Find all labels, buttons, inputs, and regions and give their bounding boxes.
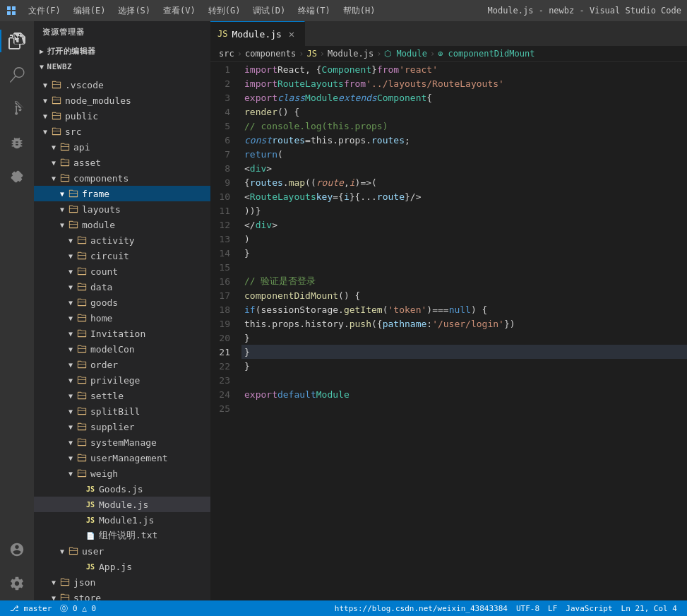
- menu-bar[interactable]: 文件(F) 编辑(E) 选择(S) 查看(V) 转到(G) 调试(D) 终端(T…: [23, 4, 381, 18]
- tree-item-asset[interactable]: ▼asset: [34, 155, 210, 170]
- settings-icon[interactable]: [0, 567, 34, 600]
- tree-item-splitbill[interactable]: ▼splitBill: [34, 403, 210, 419]
- tree-item-activity[interactable]: ▼activity: [34, 232, 210, 248]
- tree-item--vscode[interactable]: ▼.vscode: [34, 77, 210, 93]
- tree-item-data[interactable]: ▼data: [34, 279, 210, 295]
- tree-item-layouts[interactable]: ▼layouts: [34, 201, 210, 217]
- tree-item-goods-js[interactable]: JSGoods.js: [34, 481, 210, 497]
- open-editors-section[interactable]: ▶ 打开的编辑器: [34, 43, 210, 59]
- sidebar-header: 资源管理器: [34, 21, 210, 40]
- status-url[interactable]: https://blog.csdn.net/weixin_43843384: [330, 604, 512, 613]
- tree-item-modelcon[interactable]: ▼modelCon: [34, 341, 210, 357]
- tree-item-public[interactable]: ▼public: [34, 108, 210, 124]
- tab-js-icon: JS: [217, 29, 227, 39]
- tree-item-json[interactable]: ▼json: [34, 574, 210, 590]
- tree-item-user[interactable]: ▼user: [34, 543, 210, 559]
- tree-label: components: [73, 173, 129, 184]
- menu-edit[interactable]: 编辑(E): [68, 4, 112, 18]
- tree-item-order[interactable]: ▼order: [34, 357, 210, 372]
- tree-item-systemmanage[interactable]: ▼systemManage: [34, 434, 210, 450]
- tree-item-module[interactable]: ▼module: [34, 217, 210, 232]
- tree-item-node-modules[interactable]: ▼node_modules: [34, 93, 210, 108]
- status-bar: ⎇ master ⓪ 0 △ 0 https://blog.csdn.net/w…: [0, 600, 687, 616]
- status-cursor[interactable]: Ln 21, Col 4: [617, 604, 681, 613]
- tree-item-module1-js[interactable]: JSModule1.js: [34, 512, 210, 528]
- breadcrumb-js[interactable]: JS: [306, 49, 316, 59]
- folder-open-icon: [76, 452, 88, 463]
- tree-item-usermanagement[interactable]: ▼userManagement: [34, 450, 210, 466]
- account-icon[interactable]: [0, 533, 34, 567]
- menu-file[interactable]: 文件(F): [23, 4, 66, 18]
- breadcrumb-sep-3: ›: [320, 49, 325, 59]
- tree-label: privilege: [90, 375, 140, 386]
- menu-view[interactable]: 查看(V): [157, 4, 201, 18]
- tree-label: circuit: [90, 251, 129, 261]
- tree-item-circuit[interactable]: ▼circuit: [34, 248, 210, 263]
- status-encoding[interactable]: UTF-8: [512, 604, 544, 613]
- line-number-14: 14: [216, 246, 236, 260]
- chevron-icon: ▼: [56, 188, 68, 199]
- line-number-1: 1: [216, 62, 236, 76]
- chevron-icon: ▼: [65, 281, 76, 292]
- status-language[interactable]: JavaScript: [561, 604, 616, 613]
- chevron-icon: ▼: [65, 312, 76, 324]
- breadcrumb-module-class[interactable]: ⬡ Module: [384, 49, 427, 59]
- code-line-8: <div>: [241, 161, 687, 175]
- code-line-16: // 验证是否登录: [241, 274, 687, 288]
- chevron-icon: ▼: [65, 452, 76, 463]
- code-line-21: }: [241, 345, 687, 359]
- tree-item-store[interactable]: ▼store: [34, 590, 210, 600]
- line-number-17: 17: [216, 288, 236, 302]
- tree-item-count[interactable]: ▼count: [34, 263, 210, 279]
- status-errors[interactable]: ⓪ 0 △ 0: [56, 603, 100, 614]
- tree-item-goods[interactable]: ▼goods: [34, 295, 210, 310]
- status-branch[interactable]: ⎇ master: [6, 604, 56, 613]
- status-eol[interactable]: LF: [544, 604, 561, 613]
- tree-item-supplier[interactable]: ▼supplier: [34, 419, 210, 434]
- code-editor[interactable]: 1234567891011121314151617181920212223242…: [210, 62, 687, 600]
- chevron-icon: ▼: [56, 545, 68, 557]
- tree-item------txt[interactable]: 📄组件说明.txt: [34, 528, 210, 543]
- breadcrumb-src[interactable]: src: [219, 49, 234, 59]
- tree-item-components[interactable]: ▼components: [34, 170, 210, 186]
- line-number-8: 8: [216, 161, 236, 175]
- tree-label: App.js: [99, 562, 132, 572]
- tree-item-settle[interactable]: ▼settle: [34, 388, 210, 403]
- tree-item-home[interactable]: ▼home: [34, 310, 210, 326]
- tree-item-invitation[interactable]: ▼Invitation: [34, 326, 210, 341]
- tree-item-frame[interactable]: ▼frame: [34, 186, 210, 201]
- tree-label: module: [82, 220, 115, 230]
- menu-goto[interactable]: 转到(G): [203, 4, 246, 18]
- line-number-7: 7: [216, 147, 236, 161]
- folder-open-icon: [76, 390, 88, 401]
- extensions-icon[interactable]: [0, 160, 34, 194]
- debug-icon[interactable]: [0, 126, 34, 160]
- search-icon[interactable]: [0, 58, 34, 92]
- tree-item-privilege[interactable]: ▼privilege: [34, 372, 210, 388]
- breadcrumb-component-did-mount[interactable]: ⊕ componentDidMount: [438, 49, 534, 59]
- activity-bar: [0, 21, 34, 600]
- folder-open-icon: [59, 141, 71, 153]
- tree-item-api[interactable]: ▼api: [34, 139, 210, 155]
- explorer-icon[interactable]: [0, 24, 34, 58]
- menu-help[interactable]: 帮助(H): [337, 4, 381, 18]
- tree-item-src[interactable]: ▼src: [34, 124, 210, 139]
- chevron-icon: ▼: [56, 219, 68, 230]
- folder-open-icon: [51, 126, 62, 137]
- main-area: 资源管理器 ▶ 打开的编辑器 ▼ NEWBZ ▼.vscode▼node_mod…: [0, 21, 687, 600]
- tab-module-js[interactable]: JS Module.js ✕: [210, 21, 305, 46]
- tree-item-app-js[interactable]: JSApp.js: [34, 559, 210, 574]
- menu-select[interactable]: 选择(S): [112, 4, 156, 18]
- tree-label: public: [65, 111, 98, 122]
- newbz-section[interactable]: ▼ NEWBZ: [34, 59, 210, 74]
- tree-label: goods: [90, 297, 118, 308]
- menu-terminal[interactable]: 终端(T): [292, 4, 336, 18]
- tree-label: splitBill: [90, 406, 140, 417]
- tab-close-button[interactable]: ✕: [286, 28, 297, 40]
- breadcrumb-module-js[interactable]: Module.js: [328, 49, 374, 59]
- breadcrumb-components[interactable]: components: [245, 49, 296, 59]
- tree-item-weigh[interactable]: ▼weigh: [34, 466, 210, 481]
- menu-debug[interactable]: 调试(D): [247, 4, 291, 18]
- git-icon[interactable]: [0, 92, 34, 126]
- tree-item-module-js[interactable]: JSModule.js: [34, 497, 210, 512]
